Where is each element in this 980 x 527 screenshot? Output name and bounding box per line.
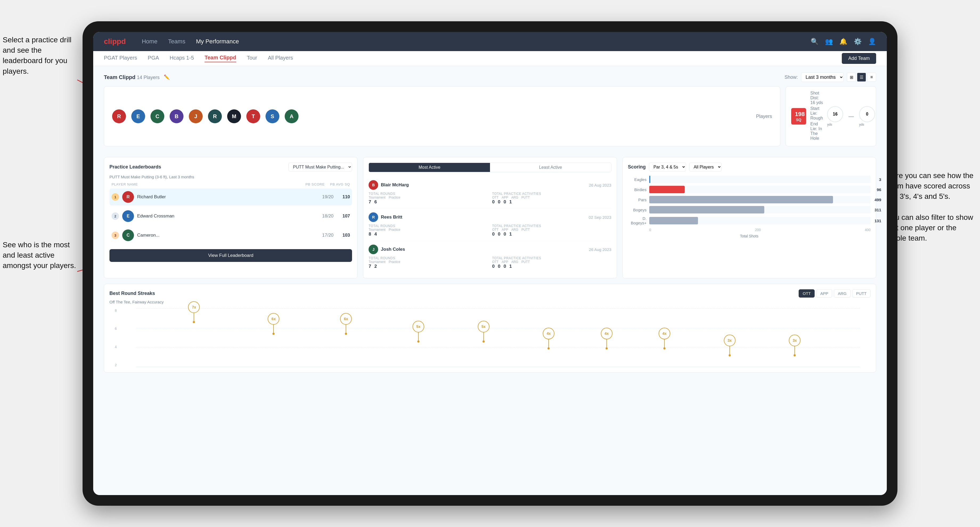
- bar-value-eagles: 3: [879, 177, 881, 182]
- streaks-filters: OTT APP ARG PUTT: [799, 289, 870, 298]
- streak-line-5x-1: [418, 332, 418, 340]
- nav-home[interactable]: Home: [142, 38, 158, 45]
- streak-line-6x-2: [346, 325, 346, 333]
- show-select[interactable]: Last 3 months Last 6 months Last year: [801, 72, 844, 82]
- edit-icon[interactable]: ✏️: [164, 74, 170, 80]
- scoring-player-filter[interactable]: All Players: [689, 163, 722, 171]
- streak-dot-5x-2: [482, 340, 485, 343]
- streak-line-4x-2: [606, 339, 607, 347]
- annotation-right: Here you can see how the team have score…: [887, 170, 977, 243]
- bar-row-bogeys: Bogeys 311: [628, 206, 870, 213]
- grid-view-btn[interactable]: ⊞: [847, 73, 856, 82]
- table-view-btn[interactable]: ≡: [867, 73, 876, 82]
- lb-avg-3: 103: [337, 233, 350, 238]
- bar-chart: Eagles 3 Birdies 96: [628, 176, 870, 225]
- add-team-button[interactable]: Add Team: [842, 53, 876, 64]
- avatar-9[interactable]: S: [266, 110, 279, 123]
- start-lie: Start Lie: Rough: [810, 106, 823, 121]
- tab-most-active[interactable]: Most Active: [369, 163, 490, 172]
- streak-dot-4x-3: [663, 347, 665, 349]
- bar-bg-birdies: 96: [649, 186, 870, 193]
- shot-card: 198 SQ Shot Dist: 16 yds Start Lie: Roug…: [786, 86, 876, 146]
- avatar-5[interactable]: J: [189, 110, 203, 123]
- avatar-6[interactable]: R: [208, 110, 222, 123]
- x-axis-400: 400: [865, 228, 870, 232]
- users-icon[interactable]: 👥: [825, 38, 833, 45]
- streak-bubble-4x-3: 4x: [659, 328, 670, 339]
- settings-icon[interactable]: ⚙️: [854, 38, 862, 45]
- lb-name-3: Cameron...: [137, 233, 314, 238]
- bar-value-dbogeys: 131: [875, 219, 881, 223]
- streak-bubble-4x-2: 4x: [601, 328, 612, 339]
- streak-line-3x-1: [729, 346, 730, 354]
- avatar-8[interactable]: T: [247, 110, 260, 123]
- streaks-filter-app[interactable]: APP: [816, 289, 832, 298]
- avatar-3[interactable]: C: [151, 110, 164, 123]
- best-round-streaks-card: Best Round Streaks OTT APP ARG PUTT Off …: [104, 284, 876, 373]
- scoring-header: Scoring Par 3, 4 & 5s Par 3s Par 4s Par …: [628, 163, 870, 171]
- avatar-2[interactable]: E: [131, 110, 145, 123]
- leaderboard-subtitle: PUTT Must Make Putting (3-6 ft), Last 3 …: [110, 175, 352, 179]
- bar-row-dbogeys: D. Bogeys+ 131: [628, 216, 870, 225]
- streak-node-4x-1: 4x: [543, 328, 554, 349]
- streaks-subtitle: Off The Tee, Fairway Accuracy: [110, 300, 870, 304]
- nav-teams[interactable]: Teams: [168, 38, 185, 45]
- shot-dist: Shot Dist: 16 yds: [810, 91, 823, 105]
- avatar-10[interactable]: A: [285, 110, 299, 123]
- subnav-tour[interactable]: Tour: [247, 55, 257, 62]
- view-full-leaderboard-button[interactable]: View Full Leaderboard: [110, 249, 352, 262]
- tab-least-active[interactable]: Least Active: [490, 163, 611, 172]
- streaks-filter-putt[interactable]: PUTT: [852, 289, 870, 298]
- streak-node-6x-2: 6x: [340, 313, 352, 335]
- streak-node-3x-2: 3x: [789, 335, 800, 356]
- annotation-bottom-left: See who is the most and least active amo…: [3, 240, 77, 271]
- annotation-top-left: Select a practice drill and see the lead…: [3, 35, 77, 76]
- streak-line-5x-2: [483, 332, 484, 340]
- streaks-title: Best Round Streaks: [110, 290, 155, 296]
- subnav: PGAT Players PGA Hcaps 1-5 Team Clippd T…: [93, 51, 887, 66]
- streak-line-6x-1: [273, 325, 274, 333]
- players-row: R E C B J R M T S A Players: [104, 86, 780, 146]
- user-avatar-icon[interactable]: 👤: [868, 38, 876, 45]
- bar-row-pars: Pars 499: [628, 196, 870, 203]
- rank-badge-3: 3: [111, 232, 119, 239]
- subnav-team-clippd[interactable]: Team Clippd: [205, 55, 236, 62]
- subnav-all-players[interactable]: All Players: [268, 55, 293, 62]
- avatar-4[interactable]: B: [170, 110, 183, 123]
- navbar: clippd Home Teams My Performance 🔍 👥 🔔 ⚙…: [93, 32, 887, 51]
- streak-dot-3x-2: [794, 354, 796, 356]
- navbar-icons: 🔍 👥 🔔 ⚙️ 👤: [811, 38, 876, 45]
- scoring-par-filter[interactable]: Par 3, 4 & 5s Par 3s Par 4s Par 5s: [649, 163, 686, 171]
- subnav-pga[interactable]: PGA: [148, 55, 159, 62]
- bar-label-birdies: Birdies: [628, 187, 647, 192]
- streak-bubble-5x-2: 5x: [478, 321, 490, 332]
- players-label: Players: [756, 114, 772, 119]
- search-icon[interactable]: 🔍: [811, 38, 819, 45]
- leaderboard-dropdown[interactable]: PUTT Must Make Putting...: [288, 163, 352, 171]
- scoring-card: Scoring Par 3, 4 & 5s Par 3s Par 4s Par …: [622, 157, 876, 278]
- subnav-hcaps[interactable]: Hcaps 1-5: [170, 55, 194, 62]
- table-row: 2 E Edward Crossman 18/20 107: [110, 208, 352, 225]
- pa-name-row-2: R Rees Britt: [369, 213, 402, 222]
- x-axis-200: 200: [755, 228, 761, 232]
- lb-name-1: Richard Butler: [137, 194, 314, 200]
- streaks-filter-arg[interactable]: ARG: [834, 289, 851, 298]
- player-count: 14 Players: [137, 75, 159, 80]
- nav-my-performance[interactable]: My Performance: [196, 38, 239, 45]
- avatar-7[interactable]: M: [227, 110, 241, 123]
- pa-name-3: Josh Coles: [381, 247, 405, 252]
- streaks-filter-ott[interactable]: OTT: [799, 289, 815, 298]
- bell-icon[interactable]: 🔔: [839, 38, 847, 45]
- streak-bubble-5x-1: 5x: [412, 321, 424, 332]
- pa-total-rounds-1: Total Rounds TournamentPractice 76: [369, 192, 488, 205]
- x-axis-0: 0: [649, 228, 651, 232]
- list-view-btn[interactable]: ☰: [857, 73, 866, 82]
- lb-avatar-3: C: [122, 229, 134, 241]
- streak-line-4x-1: [548, 339, 549, 347]
- avatar-1[interactable]: R: [112, 110, 126, 123]
- streak-dot-7x: [193, 321, 195, 323]
- subnav-pgat[interactable]: PGAT Players: [104, 55, 137, 62]
- tab-group: Most Active Least Active: [369, 163, 611, 172]
- bar-row-birdies: Birdies 96: [628, 186, 870, 193]
- bar-fill-eagles: [649, 176, 650, 183]
